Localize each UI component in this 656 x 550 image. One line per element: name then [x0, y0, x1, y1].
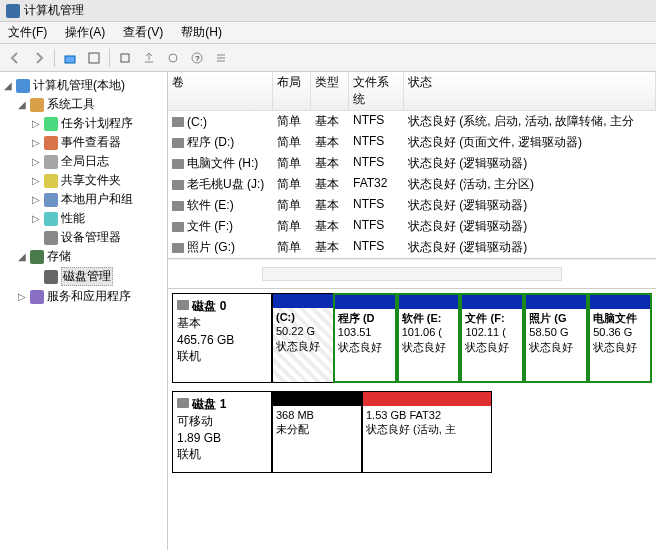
volume-status: 状态良好 (系统, 启动, 活动, 故障转储, 主分 — [404, 112, 656, 131]
settings-button[interactable] — [162, 47, 184, 69]
col-type[interactable]: 类型 — [311, 72, 349, 110]
users-icon — [44, 193, 58, 207]
partition-status: 状态良好 — [276, 340, 320, 352]
menu-file[interactable]: 文件(F) — [4, 22, 51, 43]
volume-status: 状态良好 (活动, 主分区) — [404, 175, 656, 194]
volume-type: 基本 — [311, 238, 349, 257]
tree-shared-folders[interactable]: ▷共享文件夹 — [2, 171, 165, 190]
scrollbar-stub[interactable] — [262, 267, 562, 281]
volume-row[interactable]: 程序 (D:)简单基本NTFS状态良好 (页面文件, 逻辑驱动器) — [168, 132, 656, 153]
partition-size: 50.22 G — [276, 325, 315, 337]
window-title: 计算机管理 — [24, 2, 84, 19]
disk1-info[interactable]: 磁盘 1 可移动 1.89 GB 联机 — [172, 391, 272, 473]
partition-name: 程序 (D — [338, 312, 375, 324]
nav-tree: ◢计算机管理(本地) ◢系统工具 ▷任务计划程序 ▷事件查看器 ▷全局日志 ▷共… — [0, 72, 168, 550]
help-button[interactable]: ? — [186, 47, 208, 69]
volume-table: 卷 布局 类型 文件系统 状态 (C:)简单基本NTFS状态良好 (系统, 启动… — [168, 72, 656, 259]
partition-size: 50.36 G — [593, 326, 632, 338]
partition[interactable]: 软件 (E:101.06 (状态良好 — [397, 293, 461, 383]
volume-type: 基本 — [311, 112, 349, 131]
disk-mgmt-icon — [44, 270, 58, 284]
partition-status: 状态良好 — [402, 341, 446, 353]
app-icon — [6, 4, 20, 18]
services-icon — [30, 290, 44, 304]
volume-icon — [172, 159, 184, 169]
tree-system-tools[interactable]: ◢系统工具 — [2, 95, 165, 114]
volume-fs: NTFS — [349, 217, 404, 236]
volume-status: 状态良好 (逻辑驱动器) — [404, 196, 656, 215]
disk0-row: 磁盘 0 基本 465.76 GB 联机 (C:)50.22 G状态良好程序 (… — [172, 293, 652, 383]
partition-name: 照片 (G — [529, 312, 566, 324]
partition[interactable]: (C:)50.22 G状态良好 — [272, 293, 333, 383]
tree-performance[interactable]: ▷性能 — [2, 209, 165, 228]
volume-icon — [172, 222, 184, 232]
volume-icon — [172, 180, 184, 190]
volume-row[interactable]: 电脑文件 (H:)简单基本NTFS状态良好 (逻辑驱动器) — [168, 153, 656, 174]
up-button[interactable] — [59, 47, 81, 69]
col-volume[interactable]: 卷 — [168, 72, 273, 110]
tree-root[interactable]: ◢计算机管理(本地) — [2, 76, 165, 95]
col-filesystem[interactable]: 文件系统 — [349, 72, 404, 110]
partition-bar — [273, 392, 361, 406]
volume-row[interactable]: (C:)简单基本NTFS状态良好 (系统, 启动, 活动, 故障转储, 主分 — [168, 111, 656, 132]
partition[interactable]: 电脑文件50.36 G状态良好 — [588, 293, 652, 383]
volume-icon — [172, 201, 184, 211]
partition-name: 软件 (E: — [402, 312, 442, 324]
partition-name: 电脑文件 — [593, 312, 637, 324]
volume-status: 状态良好 (逻辑驱动器) — [404, 217, 656, 236]
partition-status: 状态良好 — [465, 341, 509, 353]
partition-name: (C:) — [276, 311, 295, 323]
properties-button[interactable] — [83, 47, 105, 69]
back-button[interactable] — [4, 47, 26, 69]
partition-size: 101.06 ( — [402, 326, 442, 338]
partition[interactable]: 文件 (F:102.11 (状态良好 — [460, 293, 524, 383]
partition-size: 103.51 — [338, 326, 372, 338]
folder-icon — [44, 174, 58, 188]
partition[interactable]: 368 MB未分配 — [272, 391, 362, 473]
partition-bar — [462, 295, 522, 309]
log-icon — [44, 155, 58, 169]
tree-local-users[interactable]: ▷本地用户和组 — [2, 190, 165, 209]
tree-services[interactable]: ▷服务和应用程序 — [2, 287, 165, 306]
disk0-info[interactable]: 磁盘 0 基本 465.76 GB 联机 — [172, 293, 272, 383]
partition-bar — [273, 294, 333, 308]
partition[interactable]: 照片 (G58.50 G状态良好 — [524, 293, 588, 383]
menu-action[interactable]: 操作(A) — [61, 22, 109, 43]
list-button[interactable] — [210, 47, 232, 69]
menu-help[interactable]: 帮助(H) — [177, 22, 226, 43]
volume-icon — [172, 138, 184, 148]
menu-view[interactable]: 查看(V) — [119, 22, 167, 43]
tree-task-scheduler[interactable]: ▷任务计划程序 — [2, 114, 165, 133]
partition-status: 状态良好 — [338, 341, 382, 353]
partition-status: 状态良好 (活动, 主 — [366, 423, 456, 435]
volume-type: 基本 — [311, 154, 349, 173]
partition-name: 文件 (F: — [465, 312, 504, 324]
toolbar-divider — [109, 49, 110, 67]
volume-fs: NTFS — [349, 238, 404, 257]
volume-row[interactable]: 照片 (G:)简单基本NTFS状态良好 (逻辑驱动器) — [168, 237, 656, 258]
svg-rect-2 — [121, 54, 129, 62]
splitter-area[interactable] — [168, 259, 656, 289]
volume-row[interactable]: 老毛桃U盘 (J:)简单基本FAT32状态良好 (活动, 主分区) — [168, 174, 656, 195]
tree-device-manager[interactable]: 设备管理器 — [2, 228, 165, 247]
tree-disk-management[interactable]: 磁盘管理 — [2, 266, 165, 287]
volume-layout: 简单 — [273, 133, 311, 152]
device-icon — [44, 231, 58, 245]
volume-type: 基本 — [311, 196, 349, 215]
partition[interactable]: 程序 (D103.51状态良好 — [333, 293, 397, 383]
tree-storage[interactable]: ◢存储 — [2, 247, 165, 266]
tree-event-viewer[interactable]: ▷事件查看器 — [2, 133, 165, 152]
tree-global-log[interactable]: ▷全局日志 — [2, 152, 165, 171]
volume-row[interactable]: 文件 (F:)简单基本NTFS状态良好 (逻辑驱动器) — [168, 216, 656, 237]
col-layout[interactable]: 布局 — [273, 72, 311, 110]
partition[interactable]: 1.53 GB FAT32状态良好 (活动, 主 — [362, 391, 492, 473]
forward-button[interactable] — [28, 47, 50, 69]
volume-name: 照片 (G:) — [187, 239, 235, 256]
volume-row[interactable]: 软件 (E:)简单基本NTFS状态良好 (逻辑驱动器) — [168, 195, 656, 216]
refresh-button[interactable] — [114, 47, 136, 69]
svg-rect-1 — [89, 53, 99, 63]
partition-bar — [526, 295, 586, 309]
export-button[interactable] — [138, 47, 160, 69]
col-status[interactable]: 状态 — [404, 72, 656, 110]
partition-status: 状态良好 — [529, 341, 573, 353]
